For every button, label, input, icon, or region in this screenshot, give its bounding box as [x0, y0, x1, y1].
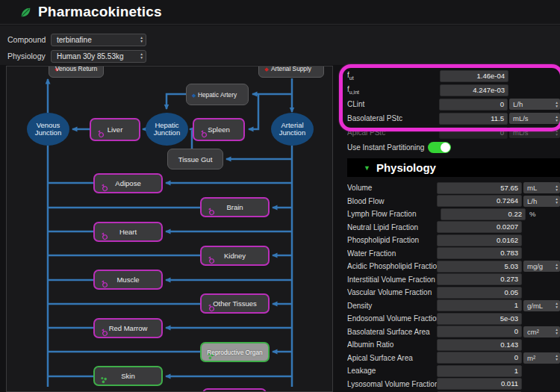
physiology-value-field[interactable]: 1	[437, 365, 522, 377]
param-value-field[interactable]: 0	[439, 99, 508, 111]
param-value-field[interactable]: 0	[439, 127, 508, 139]
diagram-node-venous-junction[interactable]: Venous Junction	[27, 113, 69, 146]
diagram-node-other-tissues[interactable]: Other Tissues	[200, 293, 270, 314]
physiology-row-volume: Volume57.65mL▴▾	[347, 181, 560, 195]
physiology-label: Water Fraction	[347, 249, 437, 258]
diagram-node-hepatic-junction[interactable]: Hepatic Junction	[146, 113, 188, 146]
physiology-value-field[interactable]: 0.273	[437, 273, 522, 285]
physiology-value-field[interactable]: 0.011	[437, 378, 522, 390]
physiology-unit-select[interactable]: g/mL▴▾	[523, 300, 560, 311]
physiology-value-field[interactable]: 5e-03	[437, 313, 522, 325]
diagram-node-red-marrow[interactable]: Red Marrow	[93, 318, 163, 338]
diagram-node-liver[interactable]: Liver	[90, 118, 140, 141]
param-value-field[interactable]: 4.247e-03	[440, 84, 508, 96]
physiology-value-field[interactable]: 0.7264	[437, 195, 522, 207]
param-row-basolateral-pstc: Basolateral PStc11.5mL/s▴▾	[347, 111, 560, 125]
physiology-label: Blood Flow	[347, 197, 437, 205]
stepper-icon: ▴▾	[556, 115, 558, 122]
physiology-value-field[interactable]: 0.0162	[437, 234, 522, 246]
toggle-knob	[441, 143, 450, 152]
param-unit-select[interactable]: L/h▴▾	[509, 99, 560, 110]
node-label: Spleen	[208, 125, 230, 134]
stepper-icon: ▴▾	[140, 52, 143, 60]
diagram-node-hepatic-artery[interactable]: ◆Hepatic Artery	[186, 84, 249, 105]
stepper-icon: ▴▾	[556, 101, 558, 108]
node-label: Heart	[119, 228, 137, 236]
stepper-icon: ▴▾	[556, 263, 558, 270]
node-label: Liver	[108, 125, 123, 134]
node-label: Brain	[226, 203, 243, 211]
param-row-fut: fut1.46e-04	[347, 69, 560, 83]
diagram-node-brain[interactable]: Brain	[200, 197, 270, 217]
compound-select[interactable]: terbinafine ▴▾	[51, 34, 146, 46]
physiology-label: Acidic Phospholipid Fraction	[347, 262, 437, 270]
node-label: Arterial Supply	[271, 66, 311, 72]
physiology-row-neutral-lipid-fraction: Neutral Lipid Fraction0.0207	[347, 221, 560, 234]
diagram-node-heart[interactable]: Heart	[93, 222, 163, 242]
node-label: Skin	[121, 372, 134, 380]
diagram-node-venous-return[interactable]: ◆Venous Return	[49, 66, 104, 78]
physiology-label: Interstitial Volume Fraction	[347, 276, 437, 284]
physiology-value-field[interactable]: 0.05	[437, 287, 522, 299]
diagram-node-spleen[interactable]: Spleen	[193, 118, 245, 141]
physiology-section-header[interactable]: ▼ Physiology	[347, 158, 560, 177]
physiology-label: Apical Surface Area	[347, 354, 437, 362]
param-unit-select[interactable]: mL/s▴▾	[509, 113, 560, 124]
physiology-label: Neutral Lipid Fraction	[347, 223, 437, 231]
diagram-node-reproductive-organ[interactable]: Reproductive Organ	[200, 342, 270, 362]
node-label: Arterial Junction	[271, 122, 314, 137]
physiology-label: Albumin Ratio	[347, 340, 437, 349]
unit-value: mL/s	[513, 128, 529, 137]
diagram-node-arterial-supply[interactable]: ◆Arterial Supply	[258, 66, 324, 78]
physiology-unit-select[interactable]: mL▴▾	[523, 182, 560, 193]
node-label: Tissue Gut	[178, 155, 213, 164]
diagram-node-skin[interactable]: Skin	[93, 366, 163, 386]
physiology-label: Basolateral Surface Area	[347, 328, 437, 336]
unit-value: L/h	[513, 100, 523, 108]
diagram-node-kidney[interactable]: Kidney	[200, 246, 270, 266]
physiology-row-interstitial-volume-fraction: Interstitial Volume Fraction0.273	[347, 273, 560, 287]
blue-diamond-icon: ◆	[192, 92, 196, 97]
param-value-field[interactable]: 11.5	[439, 113, 508, 125]
param-label: fut	[347, 71, 440, 81]
physiology-value-field[interactable]: 0.22	[441, 208, 526, 220]
diagram-node-adipose[interactable]: Adipose	[93, 173, 163, 193]
physiology-selected-value: Human 30y 85.53kg	[57, 52, 124, 60]
flow-edge	[249, 94, 258, 129]
node-label: Kidney	[224, 252, 246, 260]
red-diamond-icon: ◆	[264, 66, 268, 72]
unit-value: mg/g	[527, 262, 543, 270]
instant-partitioning-toggle[interactable]	[428, 142, 451, 153]
node-label: Venous Junction	[27, 122, 69, 137]
param-row-fuint: fu,int4.247e-03	[347, 83, 560, 97]
physiology-row-lymph-flow-fraction: Lymph Flow Fraction0.22%	[347, 208, 560, 221]
physiology-value-field[interactable]: 1	[437, 299, 522, 311]
physiology-unit-select[interactable]: mg/g▴▾	[523, 261, 560, 272]
physiology-value-field[interactable]: 0.783	[437, 247, 522, 259]
physiology-unit-select[interactable]: m²▴▾	[523, 352, 560, 364]
physiology-row-blood-flow: Blood Flow0.7264L/h▴▾	[347, 195, 560, 208]
physiology-value-field[interactable]: 57.65	[437, 182, 522, 194]
unit-value: g/mL	[527, 302, 543, 310]
physiology-unit-select[interactable]: cm²▴▾	[523, 326, 560, 337]
compound-selected-value: terbinafine	[57, 36, 92, 44]
instant-partitioning-label: Use Instant Partitioning	[347, 143, 428, 152]
physiology-value-field[interactable]: 0.143	[437, 339, 522, 351]
physiology-value-field[interactable]: 0	[437, 352, 522, 364]
physiology-select[interactable]: Human 30y 85.53kg ▴▾	[51, 50, 146, 63]
diagram-node-arterial-junction[interactable]: Arterial Junction	[271, 113, 314, 146]
pharmacokinetics-app: Pharmacokinetics Compound terbinafine ▴▾…	[0, 0, 560, 392]
stepper-icon: ▴▾	[556, 197, 558, 205]
diagram-node-tissue-gut[interactable]: Tissue Gut	[167, 149, 223, 169]
diagram-node-hidden-organ	[202, 388, 267, 392]
unit-value: mL	[527, 184, 537, 192]
physiology-unit-select[interactable]: L/h▴▾	[523, 196, 560, 207]
physiology-row-acidic-phospholipid-fraction: Acidic Phospholipid Fraction5.03mg/g▴▾	[347, 260, 560, 273]
physiology-value-field[interactable]: 0.0207	[437, 221, 522, 233]
diagram-node-muscle[interactable]: Muscle	[93, 270, 163, 290]
physiology-value-field[interactable]: 0	[437, 326, 522, 337]
physiology-value-field[interactable]: 5.03	[437, 261, 522, 273]
param-unit-select[interactable]: mL/s▴▾	[509, 127, 560, 138]
param-value-field[interactable]: 1.46e-04	[440, 70, 508, 82]
physiology-unit-text: %	[526, 210, 560, 218]
